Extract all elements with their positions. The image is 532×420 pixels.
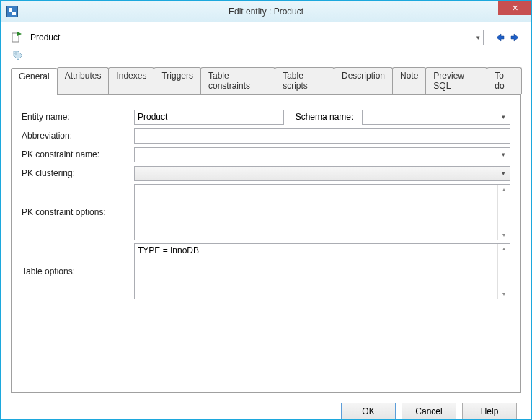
abbreviation-label: Abbreviation: [22,131,134,141]
tab-panel-general: Entity name: Schema name: ▾ Abbreviation… [11,94,521,393]
tab-preview-sql[interactable]: Preview SQL [425,67,487,94]
pk-constraint-options-label: PK constraint options: [22,207,134,217]
scrollbar[interactable]: ▴▾ [497,244,510,299]
tab-indexes[interactable]: Indexes [108,67,154,94]
close-button[interactable]: ✕ [498,1,531,15]
pk-constraint-options-input[interactable]: ▴▾ [134,184,510,240]
chevron-down-icon: ▾ [476,34,480,41]
tab-attributes[interactable]: Attributes [57,67,110,94]
entity-selector-value: Product [30,32,60,43]
tab-general[interactable]: General [11,68,58,95]
chevron-down-icon: ▾ [498,170,508,177]
svg-point-0 [15,53,17,54]
tabs: General Attributes Indexes Triggers Tabl… [11,67,521,94]
table-options-textarea[interactable] [135,244,497,299]
new-entity-icon[interactable] [11,32,22,43]
toolbar: Product ▾ [1,22,531,48]
entity-name-input[interactable] [134,110,284,125]
cancel-button[interactable]: Cancel [402,403,456,419]
scrollbar[interactable]: ▴▾ [497,185,510,240]
tab-description[interactable]: Description [334,67,393,94]
pk-constraint-name-label: PK constraint name: [22,149,134,159]
app-icon [6,6,18,17]
abbreviation-input[interactable] [134,128,510,144]
tab-triggers[interactable]: Triggers [154,67,201,94]
prev-entity-button[interactable] [494,32,505,43]
schema-name-label: Schema name: [296,112,354,122]
entity-selector[interactable]: Product ▾ [27,30,484,45]
table-options-label: Table options: [22,266,134,276]
pk-clustering-select[interactable]: ▾ [134,166,510,181]
ok-button[interactable]: OK [341,403,396,419]
tab-note[interactable]: Note [392,67,426,94]
chevron-down-icon: ▾ [498,151,508,158]
pk-constraint-options-textarea[interactable] [135,185,497,240]
table-options-input[interactable]: ▴▾ [134,243,510,299]
chevron-down-icon[interactable]: ▾ [498,113,508,121]
tag-row [1,48,531,67]
pk-clustering-label: PK clustering: [22,168,134,178]
tab-table-constraints[interactable]: Table constraints [200,67,275,94]
button-bar: OK Cancel Help [1,403,531,420]
window-title: Edit entity : Product [18,6,531,17]
titlebar: Edit entity : Product ✕ [1,1,531,22]
tab-to-do[interactable]: To do [487,67,522,94]
entity-name-label: Entity name: [22,112,134,122]
help-button[interactable]: Help [462,403,517,419]
pk-constraint-name-select[interactable]: ▾ [134,147,510,162]
tag-icon[interactable] [12,50,24,61]
tab-table-scripts[interactable]: Table scripts [275,67,334,94]
next-entity-button[interactable] [510,32,521,43]
